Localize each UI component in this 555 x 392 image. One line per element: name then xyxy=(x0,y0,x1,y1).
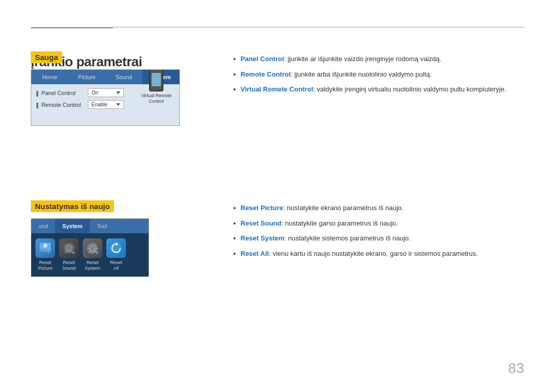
panel-control-select: On xyxy=(88,88,124,97)
mini-tab2-tool: Tool xyxy=(90,219,115,233)
page-container: Įrankio parametrai Sauga Home Picture So… xyxy=(0,0,555,392)
reset-sound-label: ResetSound xyxy=(62,260,76,271)
top-rule xyxy=(31,27,524,28)
bullet-text-remote: : įjunkite arba išjunkite nuotolinio val… xyxy=(291,70,432,78)
mini-tab-home: Home xyxy=(31,70,68,84)
section1-left: Sauga Home Picture Sound System Panel Co… xyxy=(31,51,216,126)
svg-point-2 xyxy=(43,244,47,248)
bullet-reset-picture: Reset Picture: nustatykite ekrano parame… xyxy=(231,200,524,216)
mini-tab-picture: Picture xyxy=(68,70,105,84)
reset-sound-icon xyxy=(59,238,79,258)
phone-icon xyxy=(149,69,163,91)
phone-screen xyxy=(152,73,161,86)
bullet-text-virtual: : valdykite įrenginį virtualiu nuotolini… xyxy=(313,85,506,93)
bullet-virtual-remote: Virtual Romete Control: valdykite įrengi… xyxy=(231,82,524,97)
section2-left: Nustatymas iš naujo und System Tool xyxy=(31,200,216,277)
svg-point-7 xyxy=(68,248,70,249)
bullet-text-reset-system: : nustatykite sistemos parametrus iš nau… xyxy=(284,234,411,242)
mini-row-panel: Panel Control On xyxy=(36,88,141,97)
page-number: 83 xyxy=(508,360,524,377)
bullet-highlight-panel: Panel Control xyxy=(240,55,284,63)
reset-system-label: ResetSystem xyxy=(85,260,100,271)
remote-control-select: Enable xyxy=(88,100,124,109)
bullet-reset-all: Reset All: vienu kartu iš naujo nustatyk… xyxy=(231,246,524,262)
svg-marker-12 xyxy=(97,251,99,254)
reset-system-item: ResetSystem xyxy=(83,238,102,271)
bullet-highlight-virtual: Virtual Romete Control xyxy=(240,85,313,93)
reset-picture-label: ResetPicture xyxy=(38,260,52,271)
mini-tab-sound: Sound xyxy=(105,70,142,84)
section1-right: Panel Control: įjunkite ar išjunkite vai… xyxy=(231,51,524,97)
reset-picture-icon xyxy=(35,238,55,258)
section2-label: Nustatymas iš naujo xyxy=(31,200,114,212)
panel-control-value: On xyxy=(91,90,98,96)
mini-tab2-und: und xyxy=(31,219,55,233)
mini-ui-sauga: Home Picture Sound System Panel Control … xyxy=(31,69,180,126)
section1-label: Sauga xyxy=(31,51,62,63)
bullet-reset-sound: Reset Sound: nustatykite garso parametru… xyxy=(231,216,524,231)
mini-ui2-tabs: und System Tool xyxy=(31,219,149,233)
svg-point-11 xyxy=(91,247,94,249)
virtual-remote-caption: Virtual RemoteControl xyxy=(141,93,172,104)
mini-row-remote: Remote Control Enable xyxy=(36,100,141,109)
reset-picture-item: ResetPicture xyxy=(35,238,55,271)
remote-control-value: Enable xyxy=(91,102,107,107)
reset-system-icon xyxy=(83,238,102,258)
virtual-remote-widget: Virtual RemoteControl xyxy=(141,69,172,104)
panel-control-arrow xyxy=(116,91,120,94)
bullet-highlight-reset-system: Reset System xyxy=(240,234,284,242)
section2-bullets: Reset Picture: nustatykite ekrano parame… xyxy=(231,200,524,261)
mini-ui2-body: ResetPicture xyxy=(31,233,149,276)
reset-all-label: ResetAll xyxy=(110,260,122,271)
panel-control-label: Panel Control xyxy=(36,90,88,96)
bullet-highlight-remote: Remote Control xyxy=(240,70,291,78)
bullet-text-panel: : įjunkite ar išjunkite vaizdo įrenginyj… xyxy=(284,55,441,63)
reset-sound-item: ResetSound xyxy=(59,238,79,271)
bullet-highlight-reset-all: Reset All xyxy=(240,250,269,257)
section1-bullets: Panel Control: įjunkite ar išjunkite vai… xyxy=(231,51,524,97)
section2-right: Reset Picture: nustatykite ekrano parame… xyxy=(231,200,524,261)
bullet-text-reset-sound: : nustatykite garso parametrus iš naujo. xyxy=(281,219,398,227)
reset-all-item: ResetAll xyxy=(106,238,126,271)
bullet-panel-control: Panel Control: įjunkite ar išjunkite vai… xyxy=(231,51,524,67)
remote-control-arrow xyxy=(116,103,120,106)
mini-ui-body: Panel Control On Remote Control Enable xyxy=(31,84,179,125)
mini-ui-nustatymas: und System Tool xyxy=(31,218,149,277)
mini-tab2-system: System xyxy=(55,219,89,233)
bullet-highlight-reset-sound: Reset Sound xyxy=(240,219,281,227)
bullet-text-reset-picture: : nustatykite ekrano parametrus iš naujo… xyxy=(283,204,403,212)
reset-all-icon xyxy=(106,238,126,258)
svg-marker-8 xyxy=(73,251,75,254)
bullet-text-reset-all: : vienu kartu iš naujo nustatykite ekran… xyxy=(269,250,478,257)
bullet-remote-control: Remote Control: įjunkite arba išjunkite … xyxy=(231,67,524,82)
bullet-highlight-reset-picture: Reset Picture xyxy=(240,204,283,212)
bullet-reset-system: Reset System: nustatykite sistemos param… xyxy=(231,231,524,246)
remote-control-label: Remote Control xyxy=(36,102,88,108)
